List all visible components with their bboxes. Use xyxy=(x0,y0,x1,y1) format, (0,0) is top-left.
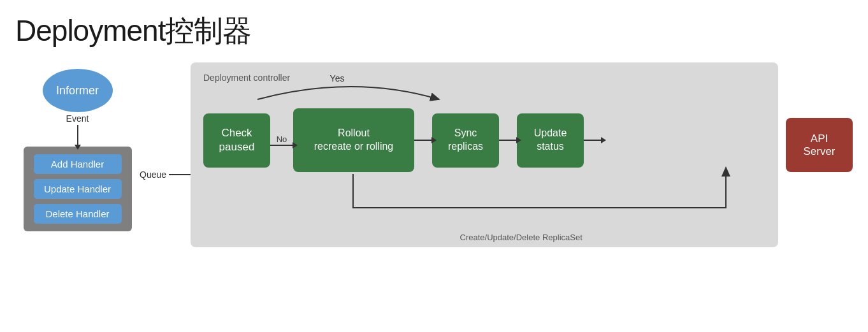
deployment-controller-section: Deployment controller Yes xyxy=(191,62,778,247)
update-status-label: Updatestatus xyxy=(534,127,567,154)
event-arrow-line xyxy=(77,125,78,145)
informer-label: Informer xyxy=(56,84,99,97)
rollout-label: Rolloutrecreate or rolling xyxy=(314,127,394,154)
yes-arc xyxy=(257,87,439,99)
delete-handler: Delete Handler xyxy=(34,204,122,224)
arrow-update-api xyxy=(584,140,602,141)
bottom-arrow xyxy=(353,168,726,208)
event-arrow: Event xyxy=(66,113,89,145)
update-handler: Update Handler xyxy=(34,179,122,199)
check-paused-label: Checkpaused xyxy=(219,126,255,154)
api-server-box: API Server xyxy=(786,118,853,172)
arrow-rollout-sync xyxy=(414,140,432,141)
sync-replicas-label: Syncreplicas xyxy=(448,127,483,154)
handler-box: Add Handler Update Handler Delete Handle… xyxy=(24,147,132,231)
sync-replicas-box: Syncreplicas xyxy=(432,113,499,168)
check-paused-box: Checkpaused xyxy=(203,113,270,168)
add-handler: Add Handler xyxy=(34,154,122,174)
left-column: Informer Event Add Handler Update Handle… xyxy=(15,69,140,231)
rollout-box: Rolloutrecreate or rolling xyxy=(293,108,414,172)
no-arrow-wrap: No xyxy=(270,134,293,146)
flow-row: Checkpaused No Rolloutrecreate or rollin… xyxy=(203,108,765,172)
no-arrow-line xyxy=(270,145,293,146)
page-title: Deployment控制器 xyxy=(15,11,853,51)
no-arrowhead xyxy=(293,142,298,148)
api-server-section: API Server xyxy=(786,118,853,172)
dc-label: Deployment controller xyxy=(203,73,765,83)
arrowhead-2 xyxy=(516,137,521,143)
arrow-sync-update xyxy=(499,140,517,141)
no-label: No xyxy=(277,134,287,144)
arrowhead-3 xyxy=(601,137,606,143)
bottom-label: Create/Update/Delete ReplicaSet xyxy=(460,233,582,242)
arrowhead-1 xyxy=(431,137,437,143)
api-bottom-svg xyxy=(773,172,792,249)
event-label: Event xyxy=(66,113,89,124)
deployment-controller-box: Deployment controller Yes xyxy=(191,62,778,247)
queue-label: Queue xyxy=(140,170,166,180)
queue-connector: Queue xyxy=(140,170,191,180)
update-status-box: Updatestatus xyxy=(517,113,584,168)
api-server-label: API Server xyxy=(795,133,844,158)
informer-node: Informer xyxy=(43,69,113,112)
